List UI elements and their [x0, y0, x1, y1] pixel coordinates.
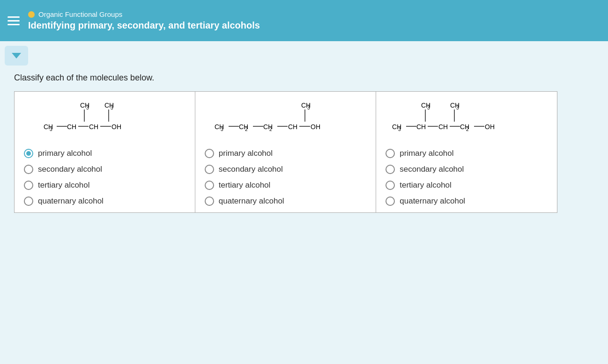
- svg-text:3: 3: [398, 127, 401, 132]
- radio-circle-col2-tertiary: [205, 181, 214, 190]
- radio-circle-col3-tertiary: [386, 181, 395, 190]
- svg-text:CH: CH: [288, 123, 297, 131]
- radio-option-col3-tertiary[interactable]: tertiary alcohol: [386, 181, 548, 190]
- radio-option-col1-tertiary[interactable]: tertiary alcohol: [24, 181, 185, 190]
- svg-text:3: 3: [221, 127, 223, 132]
- svg-text:3: 3: [111, 105, 113, 110]
- molecule-diagram-3: CH 3 CH 3 CH 3 CH CH: [386, 100, 548, 142]
- svg-text:3: 3: [50, 127, 52, 132]
- molecule-svg-2: CH 3 CH 3 CH 2 CH 2 CH: [211, 100, 361, 142]
- svg-text:OH: OH: [311, 123, 320, 131]
- radio-circle-col2-primary: [205, 149, 214, 158]
- radio-circle-col2-secondary: [205, 165, 214, 174]
- instruction-text: Classify each of the molecules below.: [14, 73, 594, 83]
- radio-group-3: primary alcohol secondary alcohol tertia…: [386, 149, 548, 206]
- svg-text:3: 3: [307, 105, 310, 110]
- radio-circle-col2-quaternary: [205, 197, 214, 206]
- svg-text:CH: CH: [416, 123, 426, 131]
- radio-circle-col1-primary: [24, 149, 33, 158]
- radio-label-col2-primary: primary alcohol: [219, 149, 273, 158]
- radio-option-col1-secondary[interactable]: secondary alcohol: [24, 165, 185, 174]
- svg-text:2: 2: [466, 127, 469, 132]
- svg-text:CH: CH: [438, 123, 448, 131]
- svg-text:CH: CH: [89, 123, 98, 131]
- radio-circle-col1-quaternary: [24, 197, 33, 206]
- table-row: CH 3 CH 3 CH 3 CH: [15, 92, 557, 213]
- svg-text:3: 3: [427, 105, 430, 110]
- radio-label-col2-tertiary: tertiary alcohol: [219, 181, 271, 190]
- radio-circle-col3-secondary: [386, 165, 395, 174]
- radio-label-col2-secondary: secondary alcohol: [219, 165, 283, 174]
- hamburger-icon[interactable]: [7, 16, 20, 25]
- chevron-down-icon: [12, 53, 21, 58]
- radio-option-col1-primary[interactable]: primary alcohol: [24, 149, 185, 158]
- radio-label-col3-secondary: secondary alcohol: [400, 165, 464, 174]
- radio-label-col1-quaternary: quaternary alcohol: [38, 197, 104, 206]
- molecule-svg-3: CH 3 CH 3 CH 3 CH CH: [389, 100, 544, 142]
- radio-group-2: primary alcohol secondary alcohol tertia…: [205, 149, 367, 206]
- radio-group-1: primary alcohol secondary alcohol tertia…: [24, 149, 185, 206]
- radio-label-col3-tertiary: tertiary alcohol: [400, 181, 452, 190]
- molecule-diagram-2: CH 3 CH 3 CH 2 CH 2 CH: [205, 100, 367, 142]
- radio-option-col3-secondary[interactable]: secondary alcohol: [386, 165, 548, 174]
- molecule-diagram-1: CH 3 CH 3 CH 3 CH: [24, 100, 185, 142]
- header-text: Organic Functional Groups Identifying pr…: [28, 10, 260, 31]
- radio-option-col3-quaternary[interactable]: quaternary alcohol: [386, 197, 548, 206]
- svg-text:2: 2: [269, 127, 272, 132]
- page-title: Identifying primary, secondary, and tert…: [28, 20, 260, 31]
- radio-option-col3-primary[interactable]: primary alcohol: [386, 149, 548, 158]
- header: Organic Functional Groups Identifying pr…: [0, 0, 608, 41]
- topic-label: Organic Functional Groups: [38, 10, 122, 18]
- radio-label-col3-quaternary: quaternary alcohol: [400, 197, 465, 206]
- svg-text:3: 3: [86, 105, 89, 110]
- molecule-cell-1: CH 3 CH 3 CH 3 CH: [15, 92, 195, 213]
- molecule-cell-3: CH 3 CH 3 CH 3 CH CH: [376, 92, 557, 213]
- svg-text:OH: OH: [111, 123, 121, 131]
- radio-option-col2-secondary[interactable]: secondary alcohol: [205, 165, 367, 174]
- main-content: Classify each of the molecules below. CH…: [0, 66, 608, 222]
- radio-option-col2-quaternary[interactable]: quaternary alcohol: [205, 197, 367, 206]
- radio-circle-col1-tertiary: [24, 181, 33, 190]
- radio-label-col1-primary: primary alcohol: [38, 149, 92, 158]
- radio-label-col3-primary: primary alcohol: [400, 149, 453, 158]
- radio-label-col1-secondary: secondary alcohol: [38, 165, 102, 174]
- svg-text:2: 2: [245, 127, 248, 132]
- radio-label-col2-quaternary: quaternary alcohol: [219, 197, 284, 206]
- radio-circle-col3-quaternary: [386, 197, 395, 206]
- radio-label-col1-tertiary: tertiary alcohol: [38, 181, 90, 190]
- header-topic: Organic Functional Groups: [28, 10, 260, 18]
- svg-text:CH: CH: [67, 123, 76, 131]
- molecule-svg-1: CH 3 CH 3 CH 3 CH: [39, 100, 170, 142]
- radio-circle-col1-secondary: [24, 165, 33, 174]
- radio-option-col2-tertiary[interactable]: tertiary alcohol: [205, 181, 367, 190]
- dropdown-button[interactable]: [5, 46, 28, 66]
- yellow-dot-icon: [28, 11, 35, 18]
- svg-text:3: 3: [456, 105, 459, 110]
- radio-option-col2-primary[interactable]: primary alcohol: [205, 149, 367, 158]
- molecules-table: CH 3 CH 3 CH 3 CH: [14, 91, 557, 213]
- molecule-cell-2: CH 3 CH 3 CH 2 CH 2 CH: [195, 92, 376, 213]
- radio-option-col1-quaternary[interactable]: quaternary alcohol: [24, 197, 185, 206]
- radio-circle-col3-primary: [386, 149, 395, 158]
- svg-text:OH: OH: [485, 123, 495, 131]
